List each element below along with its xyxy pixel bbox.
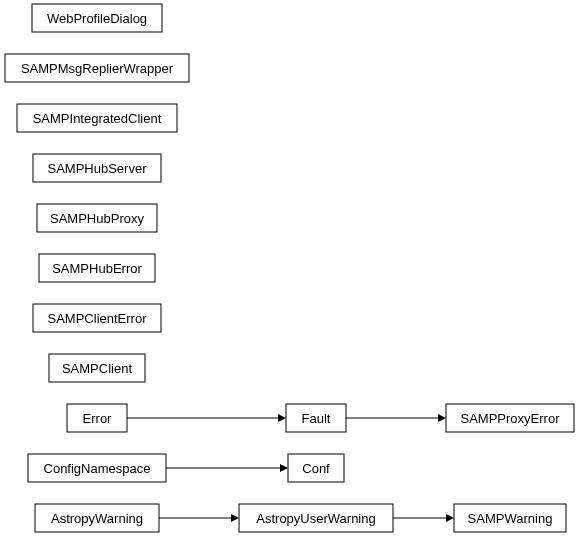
- node-sampMsgReplierWrapper: SAMPMsgReplierWrapper: [5, 54, 189, 82]
- node-label: SAMPHubError: [52, 261, 142, 276]
- node-error: Error: [67, 404, 127, 432]
- arrowhead-icon: [446, 514, 454, 522]
- node-label: SAMPHubServer: [48, 161, 148, 176]
- node-label: SAMPClientError: [48, 311, 148, 326]
- node-sampClientError: SAMPClientError: [33, 304, 161, 332]
- node-label: AstropyUserWarning: [256, 511, 375, 526]
- node-label: Error: [83, 411, 113, 426]
- arrowhead-icon: [231, 514, 239, 522]
- node-label: SAMPClient: [62, 361, 132, 376]
- inheritance-diagram: WebProfileDialogSAMPMsgReplierWrapperSAM…: [0, 0, 584, 544]
- node-sampIntegratedClient: SAMPIntegratedClient: [17, 104, 177, 132]
- node-sampClient: SAMPClient: [49, 354, 145, 382]
- node-label: WebProfileDialog: [47, 11, 147, 26]
- arrowhead-icon: [280, 464, 288, 472]
- node-sampWarning: SAMPWarning: [454, 504, 566, 532]
- node-sampHubError: SAMPHubError: [39, 254, 155, 282]
- arrowhead-icon: [438, 414, 446, 422]
- node-label: Conf: [302, 461, 330, 476]
- node-conf: Conf: [288, 454, 344, 482]
- arrowhead-icon: [278, 414, 286, 422]
- node-label: AstropyWarning: [51, 511, 143, 526]
- node-label: SAMPMsgReplierWrapper: [21, 61, 174, 76]
- node-label: SAMPIntegratedClient: [33, 111, 162, 126]
- node-label: SAMPHubProxy: [50, 211, 144, 226]
- node-configNamespace: ConfigNamespace: [28, 454, 166, 482]
- node-webProfileDialog: WebProfileDialog: [32, 4, 162, 32]
- node-label: ConfigNamespace: [44, 461, 151, 476]
- node-astropyWarning: AstropyWarning: [35, 504, 159, 532]
- node-sampHubServer: SAMPHubServer: [33, 154, 161, 182]
- node-label: SAMPProxyError: [461, 411, 561, 426]
- node-label: Fault: [302, 411, 331, 426]
- node-sampHubProxy: SAMPHubProxy: [37, 204, 157, 232]
- node-sampProxyError: SAMPProxyError: [446, 404, 574, 432]
- node-label: SAMPWarning: [468, 511, 553, 526]
- node-astropyUserWarning: AstropyUserWarning: [239, 504, 393, 532]
- node-fault: Fault: [286, 404, 346, 432]
